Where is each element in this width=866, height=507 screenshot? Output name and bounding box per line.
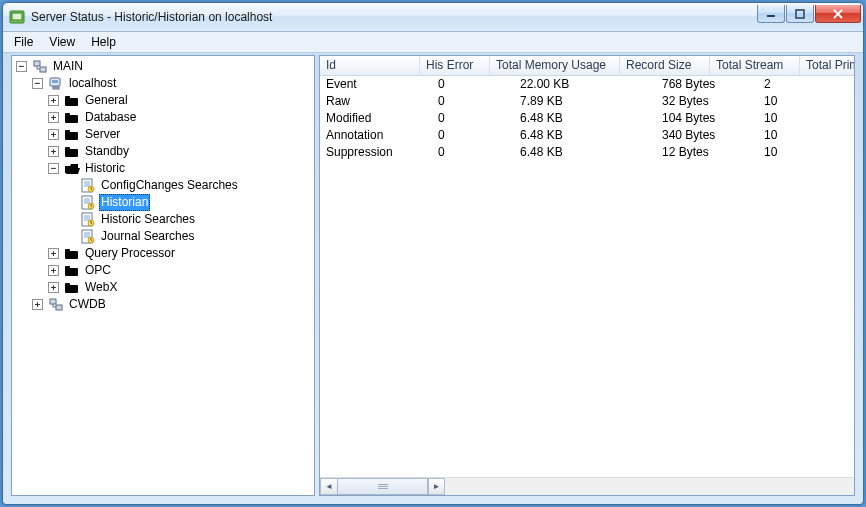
scroll-left-button[interactable]: ◄ [320,478,337,495]
tree-toggle[interactable]: + [48,95,59,106]
minimize-button[interactable] [757,5,785,23]
folder-icon [64,280,80,296]
tree-toggle[interactable]: − [32,78,43,89]
maximize-button[interactable] [786,5,814,23]
tree-item[interactable]: Historic Searches [64,211,197,228]
tree-item[interactable]: + OPC [48,262,113,279]
tree-node: − MAIN − localhost + General + Database … [16,58,314,313]
cell-id: Raw [320,93,432,110]
tree-node: + Database [48,109,314,126]
tree-toggle[interactable]: + [48,248,59,259]
folder-icon [64,144,80,160]
cell-total-memory: 6.48 KB [514,127,656,144]
svg-rect-1 [12,13,22,20]
folder-icon [64,110,80,126]
cell-id: Event [320,76,432,93]
cell-record-size: 340 Bytes [656,127,758,144]
tree-node: Journal Searches [64,228,314,245]
tree-item[interactable]: Historian [64,194,150,211]
menubar: File View Help [3,32,863,53]
tree-panel[interactable]: − MAIN − localhost + General + Database … [11,55,315,496]
folder-icon [64,93,80,109]
tree-item[interactable]: Journal Searches [64,228,196,245]
tree-label: Standby [83,143,131,160]
tree-node: + Server [48,126,314,143]
tree-label: General [83,92,130,109]
machines-icon [48,297,64,313]
tree-label: localhost [67,75,118,92]
tree-label: Database [83,109,138,126]
report-icon [80,212,96,228]
column-header[interactable]: Id [320,56,420,75]
cell-total-stream: 10 [758,110,854,127]
tree-toggle[interactable]: − [48,163,59,174]
host-icon [48,76,64,92]
scroll-thumb[interactable] [337,478,428,495]
cell-total-stream: 10 [758,127,854,144]
tree-toggle[interactable]: + [48,129,59,140]
tree-node: + Query Processor [48,245,314,262]
tree-toggle[interactable]: + [48,265,59,276]
tree-item[interactable]: + Database [48,109,138,126]
table-header: Id His Error Total Memory Usage Record S… [320,56,854,76]
tree-label: CWDB [67,296,108,313]
tree-toggle[interactable]: − [16,61,27,72]
app-window: Server Status - Historic/Historian on lo… [2,2,864,505]
tree-item[interactable]: ConfigChanges Searches [64,177,240,194]
tree-item[interactable]: + Query Processor [48,245,177,262]
cell-total-memory: 6.48 KB [514,144,656,161]
cell-total-memory: 22.00 KB [514,76,656,93]
close-button[interactable] [815,5,861,23]
cell-id: Annotation [320,127,432,144]
cell-record-size: 32 Bytes [656,93,758,110]
table-body[interactable]: Event 0 22.00 KB 768 Bytes 2 190 Raw 0 7… [320,76,854,477]
cell-total-memory: 6.48 KB [514,110,656,127]
table-row[interactable]: Annotation 0 6.48 KB 340 Bytes 10 0 [320,127,854,144]
tree-item[interactable]: + WebX [48,279,119,296]
cell-his-error: 0 [432,127,514,144]
cell-record-size: 12 Bytes [656,144,758,161]
tree-item[interactable]: + General [48,92,130,109]
tree-toggle [64,214,75,225]
table-row[interactable]: Modified 0 6.48 KB 104 Bytes 10 0 [320,110,854,127]
machines-icon [32,59,48,75]
tree-node: − Historic ConfigChanges Searches Histor… [48,160,314,245]
tree-toggle[interactable]: + [32,299,43,310]
client-area: − MAIN − localhost + General + Database … [11,55,855,496]
scroll-right-button[interactable]: ► [428,478,445,495]
tree-label: Historian [99,194,150,211]
tree-item[interactable]: + Standby [48,143,131,160]
menu-help[interactable]: Help [84,34,123,50]
tree-item[interactable]: − MAIN [16,58,85,75]
table-row[interactable]: Raw 0 7.89 KB 32 Bytes 10 15 [320,93,854,110]
tree-node: + OPC [48,262,314,279]
column-header[interactable]: Total Memory Usage [490,56,620,75]
menu-file[interactable]: File [7,34,40,50]
tree-item[interactable]: + CWDB [32,296,108,313]
column-header[interactable]: Total Stream [710,56,800,75]
folder-icon [64,246,80,262]
report-icon [80,229,96,245]
column-header[interactable]: His Error [420,56,490,75]
tree-item[interactable]: − Historic [48,160,127,177]
tree-label: Query Processor [83,245,177,262]
cell-total-stream: 10 [758,144,854,161]
column-header[interactable]: Record Size [620,56,710,75]
table-row[interactable]: Event 0 22.00 KB 768 Bytes 2 190 [320,76,854,93]
tree-item[interactable]: − localhost [32,75,118,92]
table-row[interactable]: Suppression 0 6.48 KB 12 Bytes 10 0 [320,144,854,161]
app-icon [9,9,25,25]
tree-item[interactable]: + Server [48,126,122,143]
cell-id: Modified [320,110,432,127]
cell-his-error: 0 [432,76,514,93]
table-panel: Id His Error Total Memory Usage Record S… [319,55,855,496]
column-header[interactable]: Total Primary [800,56,855,75]
titlebar[interactable]: Server Status - Historic/Historian on lo… [3,3,863,32]
tree-toggle[interactable]: + [48,282,59,293]
tree-label: ConfigChanges Searches [99,177,240,194]
tree-toggle[interactable]: + [48,146,59,157]
tree-toggle[interactable]: + [48,112,59,123]
menu-view[interactable]: View [42,34,82,50]
tree-label: Historic [83,160,127,177]
horizontal-scrollbar[interactable]: ◄ ► [320,477,854,495]
